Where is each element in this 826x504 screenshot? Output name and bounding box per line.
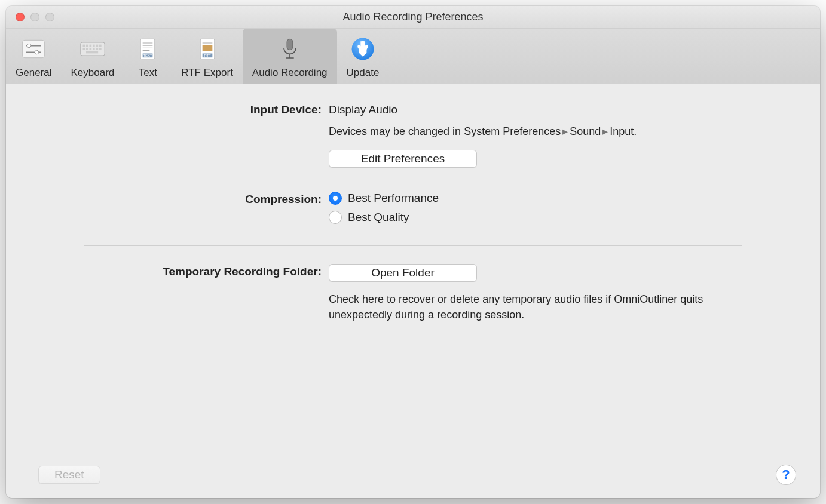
titlebar: Audio Recording Preferences xyxy=(6,6,820,29)
svg-rect-6 xyxy=(82,45,85,47)
input-device-label: Input Device: xyxy=(6,102,329,116)
tab-text[interactable]: TEXT Text xyxy=(124,29,172,84)
compression-label: Compression: xyxy=(6,192,329,206)
reset-button[interactable]: Reset xyxy=(38,466,100,484)
input-device-hint: Devices may be changed in System Prefere… xyxy=(329,124,711,139)
svg-text:RTF: RTF xyxy=(204,54,211,57)
traffic-lights xyxy=(6,13,54,21)
radio-button-icon xyxy=(329,192,342,205)
svg-rect-31 xyxy=(287,39,293,50)
compression-option-best-performance[interactable]: Best Performance xyxy=(329,192,820,205)
content-pane: Input Device: Display Audio Devices may … xyxy=(6,84,820,498)
radio-label: Best Performance xyxy=(348,192,439,205)
tab-label: Update xyxy=(347,67,380,79)
edit-preferences-button[interactable]: Edit Preferences xyxy=(329,150,477,168)
zoom-window-button[interactable] xyxy=(45,13,54,21)
svg-rect-8 xyxy=(89,45,91,47)
svg-point-4 xyxy=(35,50,39,54)
microphone-icon xyxy=(276,35,304,63)
svg-rect-16 xyxy=(96,48,98,50)
sliders-icon xyxy=(19,35,48,63)
tab-label: Text xyxy=(139,67,157,79)
text-document-icon: TEXT xyxy=(133,35,162,63)
section-divider xyxy=(84,245,742,246)
svg-rect-15 xyxy=(93,48,95,50)
close-window-button[interactable] xyxy=(16,13,25,21)
question-mark-icon: ? xyxy=(782,467,790,483)
preferences-window: Audio Recording Preferences General xyxy=(6,6,820,498)
svg-rect-17 xyxy=(99,48,102,50)
tab-rtf-export[interactable]: RTF RTF Export xyxy=(172,29,243,84)
svg-rect-11 xyxy=(99,45,102,47)
svg-point-2 xyxy=(27,44,31,47)
svg-rect-7 xyxy=(86,45,88,47)
tab-label: Keyboard xyxy=(71,67,114,79)
minimize-window-button[interactable] xyxy=(30,13,39,21)
radio-label: Best Quality xyxy=(348,211,409,224)
help-button[interactable]: ? xyxy=(776,465,796,485)
chevron-right-icon: ▸ xyxy=(601,125,610,137)
rtf-document-icon: RTF xyxy=(193,35,222,63)
compression-option-best-quality[interactable]: Best Quality xyxy=(329,211,820,224)
tab-general[interactable]: General xyxy=(6,29,61,84)
tab-label: Audio Recording xyxy=(252,67,328,79)
svg-text:TEXT: TEXT xyxy=(143,54,152,57)
svg-rect-28 xyxy=(202,45,212,51)
tab-label: RTF Export xyxy=(181,67,233,79)
keyboard-icon xyxy=(78,35,107,63)
svg-rect-10 xyxy=(96,45,98,47)
svg-rect-0 xyxy=(23,40,45,57)
download-arrow-icon xyxy=(348,35,377,63)
svg-rect-13 xyxy=(86,48,88,50)
svg-rect-14 xyxy=(89,48,91,50)
open-folder-button[interactable]: Open Folder xyxy=(329,264,477,282)
tab-audio-recording[interactable]: Audio Recording xyxy=(243,29,337,84)
radio-button-icon xyxy=(329,211,342,224)
svg-rect-18 xyxy=(86,51,98,54)
preferences-toolbar: General Keyboard xyxy=(6,29,820,84)
chevron-right-icon: ▸ xyxy=(561,125,570,137)
tab-update[interactable]: Update xyxy=(337,29,389,84)
svg-rect-9 xyxy=(93,45,95,47)
input-device-value: Display Audio xyxy=(329,102,820,116)
tab-keyboard[interactable]: Keyboard xyxy=(61,29,124,84)
tab-label: General xyxy=(16,67,51,79)
svg-rect-12 xyxy=(82,48,85,50)
temp-folder-label: Temporary Recording Folder: xyxy=(6,264,329,278)
temp-folder-hint: Check here to recover or delete any temp… xyxy=(329,291,711,322)
window-title: Audio Recording Preferences xyxy=(6,11,820,23)
